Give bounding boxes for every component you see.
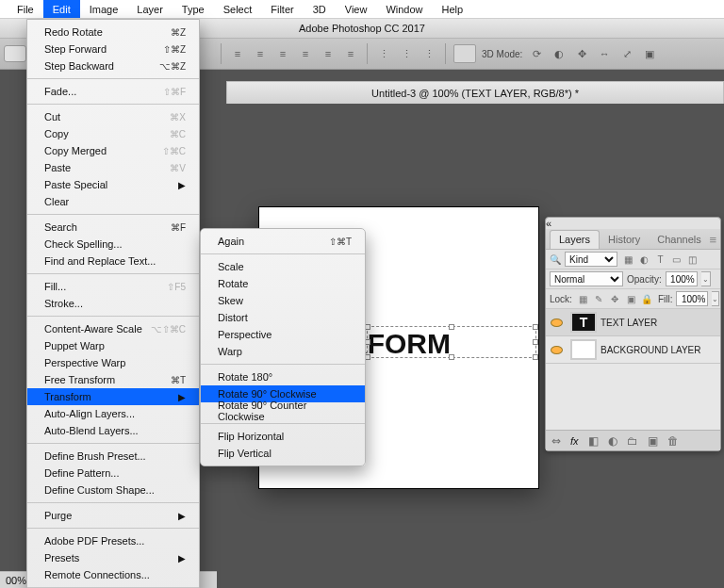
eye-icon bbox=[551, 346, 563, 354]
distribute-btn[interactable]: ⋮ bbox=[420, 45, 437, 62]
menu-item[interactable]: Rotate 180° bbox=[201, 368, 365, 385]
filter-smart-icon[interactable]: ◫ bbox=[685, 253, 699, 266]
layer-row[interactable]: TTEXT LAYER bbox=[546, 309, 720, 336]
menu-item[interactable]: Step Backward⌥⌘Z bbox=[27, 57, 199, 74]
lock-position-icon[interactable]: ✥ bbox=[608, 292, 622, 305]
lock-artboard-icon[interactable]: ▣ bbox=[624, 292, 638, 305]
align-btn[interactable]: ≡ bbox=[252, 45, 269, 62]
menu-item[interactable]: Define Pattern... bbox=[27, 465, 199, 482]
align-btn[interactable]: ≡ bbox=[342, 45, 359, 62]
menu-item[interactable]: Purge▶ bbox=[27, 507, 199, 524]
visibility-toggle[interactable] bbox=[546, 318, 567, 327]
filter-adjust-icon[interactable]: ◐ bbox=[637, 253, 651, 266]
menu-item[interactable]: Adobe PDF Presets... bbox=[27, 532, 199, 549]
menu-item: Paste⌘V bbox=[27, 159, 199, 176]
blend-mode-select[interactable]: Normal bbox=[550, 271, 623, 286]
layer-thumb[interactable] bbox=[570, 339, 597, 360]
menu-item[interactable]: Rotate bbox=[201, 275, 365, 292]
tool-preset-picker[interactable] bbox=[4, 45, 26, 62]
distribute-btn[interactable]: ⋮ bbox=[398, 45, 415, 62]
filter-type-icon[interactable]: T bbox=[653, 253, 667, 266]
divider bbox=[367, 43, 368, 64]
layer-mask-icon[interactable]: ◧ bbox=[588, 434, 599, 448]
slide-icon[interactable]: ↔ bbox=[596, 45, 613, 62]
filter-shape-icon[interactable]: ▭ bbox=[669, 253, 683, 266]
mode-3d-box[interactable] bbox=[453, 44, 476, 63]
menu-item[interactable]: Rotate 90° Counter Clockwise bbox=[201, 402, 365, 419]
opacity-field[interactable] bbox=[666, 271, 698, 286]
divider bbox=[445, 43, 446, 64]
pan-icon[interactable]: ✥ bbox=[573, 45, 590, 62]
camera-icon[interactable]: ▣ bbox=[641, 45, 658, 62]
new-layer-icon[interactable]: ▣ bbox=[648, 434, 658, 448]
menu-item[interactable]: Free Transform⌘T bbox=[27, 371, 199, 388]
layer-filter-kind[interactable]: Kind bbox=[565, 252, 617, 267]
document-tab[interactable]: Untitled-3 @ 100% (TEXT LAYER, RGB/8*) * bbox=[226, 81, 724, 104]
layer-fx-icon[interactable]: fx bbox=[570, 434, 579, 448]
menu-view[interactable]: View bbox=[336, 0, 377, 18]
group-icon[interactable]: 🗀 bbox=[627, 434, 638, 448]
search-icon: 🔍 bbox=[550, 254, 561, 265]
menu-3d[interactable]: 3D bbox=[304, 0, 336, 18]
fill-dropdown[interactable]: ⌄ bbox=[712, 291, 719, 306]
menu-help[interactable]: Help bbox=[433, 0, 473, 18]
menu-type[interactable]: Type bbox=[173, 0, 214, 18]
menu-item[interactable]: Scale bbox=[201, 258, 365, 275]
panel-tab-history[interactable]: History bbox=[600, 231, 649, 249]
align-btn[interactable]: ≡ bbox=[297, 45, 314, 62]
opacity-dropdown[interactable]: ⌄ bbox=[701, 271, 711, 286]
menu-image[interactable]: Image bbox=[80, 0, 128, 18]
menu-item[interactable]: Define Brush Preset... bbox=[27, 448, 199, 465]
menu-item[interactable]: Warp bbox=[201, 343, 365, 360]
menu-item[interactable]: Search⌘F bbox=[27, 219, 199, 236]
opacity-label: Opacity: bbox=[627, 274, 662, 285]
menu-item[interactable]: Again⇧⌘T bbox=[201, 233, 365, 250]
lock-pixels-icon[interactable]: ✎ bbox=[592, 292, 606, 305]
menu-file[interactable]: File bbox=[8, 0, 43, 18]
lock-transparent-icon[interactable]: ▦ bbox=[576, 292, 590, 305]
menu-item: Fade...⇧⌘F bbox=[27, 83, 199, 100]
menu-item: Define Custom Shape... bbox=[27, 482, 199, 498]
menu-item: Puppet Warp bbox=[27, 337, 199, 354]
panel-menu-icon[interactable]: ≡ bbox=[709, 233, 716, 247]
transform-bounds[interactable] bbox=[367, 326, 536, 358]
lock-all-icon[interactable]: 🔒 bbox=[640, 292, 654, 305]
menu-item[interactable]: Presets▶ bbox=[27, 549, 199, 566]
menu-filter[interactable]: Filter bbox=[261, 0, 303, 18]
menu-item[interactable]: Find and Replace Text... bbox=[27, 253, 199, 270]
eye-icon bbox=[551, 318, 563, 327]
menu-item[interactable]: Flip Vertical bbox=[201, 445, 365, 462]
menu-select[interactable]: Select bbox=[214, 0, 262, 18]
layer-thumb[interactable]: T bbox=[570, 312, 597, 333]
menu-window[interactable]: Window bbox=[376, 0, 432, 18]
distribute-btn[interactable]: ⋮ bbox=[375, 45, 392, 62]
menu-item[interactable]: Transform▶ bbox=[27, 388, 199, 405]
panel-tab-layers[interactable]: Layers bbox=[550, 230, 600, 249]
link-layers-icon[interactable]: ⇔ bbox=[551, 434, 561, 448]
scale-icon[interactable]: ⤢ bbox=[618, 45, 635, 62]
transform-submenu: Again⇧⌘TScaleRotateSkewDistortPerspectiv… bbox=[200, 228, 366, 466]
align-btn[interactable]: ≡ bbox=[229, 45, 246, 62]
menu-item[interactable]: Step Forward⇧⌘Z bbox=[27, 41, 199, 57]
filter-pixel-icon[interactable]: ▦ bbox=[621, 253, 635, 266]
visibility-toggle[interactable] bbox=[546, 346, 567, 354]
fill-field[interactable] bbox=[676, 291, 708, 306]
orbit-icon[interactable]: ⟳ bbox=[528, 45, 545, 62]
menu-item[interactable]: Perspective Warp bbox=[27, 354, 199, 371]
menu-edit[interactable]: Edit bbox=[43, 0, 80, 18]
align-btn[interactable]: ≡ bbox=[320, 45, 337, 62]
menu-item[interactable]: Remote Connections... bbox=[27, 566, 199, 583]
panel-tab-channels[interactable]: Channels bbox=[649, 231, 709, 249]
align-btn[interactable]: ≡ bbox=[274, 45, 291, 62]
menu-layer[interactable]: Layer bbox=[127, 0, 173, 18]
layer-row[interactable]: BACKGROUND LAYER bbox=[546, 336, 720, 364]
menu-item[interactable]: Skew bbox=[201, 292, 365, 309]
menu-item[interactable]: Check Spelling... bbox=[27, 236, 199, 253]
menu-item[interactable]: Flip Horizontal bbox=[201, 428, 365, 445]
roll-icon[interactable]: ◐ bbox=[551, 45, 568, 62]
panel-empty-area bbox=[546, 364, 720, 430]
panel-collapse-handle[interactable]: « bbox=[546, 218, 720, 229]
adjustment-layer-icon[interactable]: ◐ bbox=[608, 434, 617, 448]
delete-layer-icon[interactable]: 🗑 bbox=[667, 434, 679, 448]
menu-item[interactable]: Redo Rotate⌘Z bbox=[27, 24, 199, 41]
